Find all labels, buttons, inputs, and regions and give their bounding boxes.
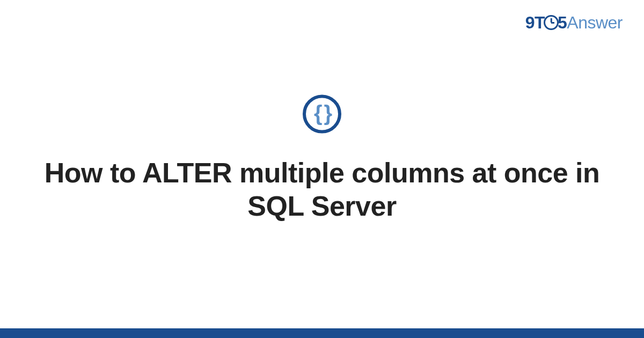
code-braces-icon: { } (303, 95, 341, 134)
site-logo: 9T5Answer (525, 13, 623, 33)
clock-icon (544, 15, 559, 30)
logo-text-9t: 9T (525, 13, 545, 32)
footer-bar (0, 328, 644, 338)
logo-text-answer: Answer (567, 13, 623, 32)
braces-glyph: { } (314, 102, 330, 124)
logo-text-5: 5 (558, 13, 567, 32)
page-title: How to ALTER multiple columns at once in… (0, 156, 644, 223)
main-content: { } How to ALTER multiple columns at onc… (0, 95, 644, 223)
